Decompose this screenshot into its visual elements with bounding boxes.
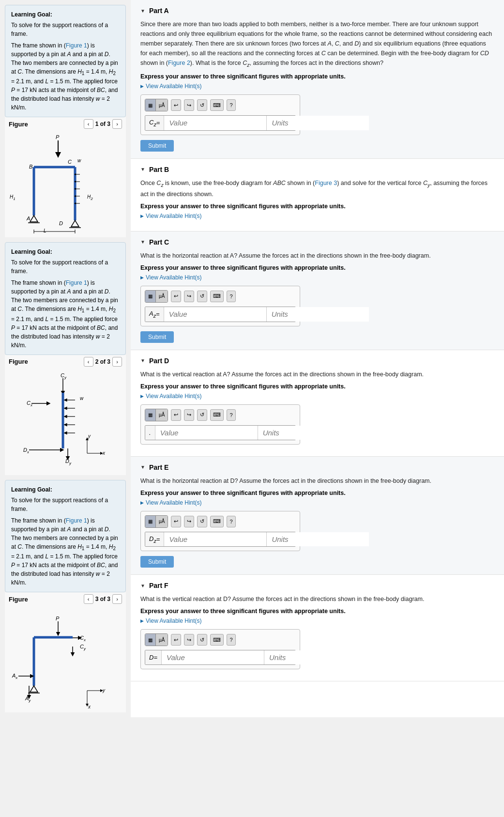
part-f-refresh[interactable]: ↺ (197, 634, 207, 646)
part-a-undo[interactable]: ↩ (171, 99, 181, 111)
figure1-link-3[interactable]: Figure 1 (66, 517, 87, 524)
svg-text:x: x (102, 450, 106, 456)
part-e-value-input[interactable] (164, 532, 267, 547)
part-f-input-row: D = (145, 650, 296, 665)
figure-next-1[interactable]: › (112, 119, 122, 129)
part-c-toolbar-btn1[interactable]: ▦ (145, 291, 156, 302)
part-e-toolbar-btn1[interactable]: ▦ (145, 516, 156, 527)
part-a-value-input[interactable] (164, 116, 267, 130)
part-e-help[interactable]: ? (227, 516, 235, 527)
part-f-value-input[interactable] (162, 650, 264, 664)
part-d-answer-box: ▦ μÅ ↩ ↪ ↺ ⌨ ? . (140, 404, 300, 445)
part-c-title: Part C (149, 238, 169, 246)
part-a-header: ▼ Part A (140, 7, 494, 15)
part-f-hint[interactable]: View Available Hint(s) (140, 617, 494, 624)
part-f-toolbar-btn1[interactable]: ▦ (145, 634, 156, 646)
figure3-svg: P Cx Cy Ax Ay y (5, 606, 126, 712)
svg-text:w: w (77, 158, 81, 163)
part-f-keyboard[interactable]: ⌨ (210, 634, 224, 646)
part-d-toolbar-btn2[interactable]: μÅ (156, 409, 168, 421)
part-c-toolbar: ▦ μÅ ↩ ↪ ↺ ⌨ ? (145, 290, 296, 303)
part-c-refresh[interactable]: ↺ (197, 291, 207, 302)
part-c-arrow[interactable]: ▼ (140, 239, 145, 245)
part-a-keyboard[interactable]: ⌨ (210, 99, 224, 111)
figure1-link-1[interactable]: Figure 1 (66, 42, 87, 49)
svg-text:x: x (88, 704, 91, 709)
part-d-keyboard[interactable]: ⌨ (210, 409, 224, 421)
learning-goal-title-3: Learning Goal: (11, 485, 120, 494)
figure3-link-b[interactable]: Figure 3 (315, 180, 337, 186)
part-d-units-input[interactable] (258, 426, 360, 440)
part-e-arrow[interactable]: ▼ (140, 464, 145, 470)
part-a-redo[interactable]: ↪ (184, 99, 194, 111)
part-a-arrow[interactable]: ▼ (140, 8, 145, 14)
figure2-link-a[interactable]: Figure 2 (168, 60, 190, 66)
part-d-section: ▼ Part D What is the vertical reaction a… (131, 350, 504, 457)
part-a-hint[interactable]: View Available Hint(s) (140, 83, 494, 90)
figure-section-1: Figure ‹ 1 of 3 › P B C w H1 (5, 117, 126, 237)
figure-prev-3[interactable]: ‹ (84, 594, 93, 604)
part-a-toolbar: ▦ μÅ ↩ ↪ ↺ ⌨ ? (145, 99, 296, 111)
part-d-refresh[interactable]: ↺ (197, 409, 207, 421)
part-c-undo[interactable]: ↩ (171, 291, 181, 302)
part-c-answer-box: ▦ μÅ ↩ ↪ ↺ ⌨ ? Az = (140, 286, 300, 326)
part-a-units-input[interactable] (267, 116, 369, 130)
part-f-undo[interactable]: ↩ (171, 634, 181, 646)
part-f-instruction: Express your answer to three significant… (140, 608, 494, 615)
part-a-toolbar-btn1[interactable]: ▦ (145, 99, 156, 111)
part-a-refresh[interactable]: ↺ (197, 99, 207, 111)
part-e-redo[interactable]: ↪ (184, 516, 194, 527)
part-c-toolbar-btn2[interactable]: μÅ (156, 291, 168, 302)
part-b-hint[interactable]: View Available Hint(s) (140, 213, 494, 219)
part-c-redo[interactable]: ↪ (184, 291, 194, 302)
part-d-redo[interactable]: ↪ (184, 409, 194, 421)
part-b-section: ▼ Part B Once Cz is known, use the free-… (131, 159, 504, 231)
part-f-units-input[interactable] (264, 650, 367, 664)
part-d-title: Part D (149, 357, 169, 365)
part-d-hint[interactable]: View Available Hint(s) (140, 393, 494, 400)
part-d-arrow[interactable]: ▼ (140, 358, 145, 363)
part-e-undo[interactable]: ↩ (171, 516, 181, 527)
part-c-value-input[interactable] (164, 307, 267, 322)
part-e-submit[interactable]: Submit (140, 556, 174, 568)
part-a-help[interactable]: ? (227, 99, 235, 111)
figure-page-1: 1 of 3 (95, 121, 110, 127)
learning-goal-3: Learning Goal: To solve for the support … (5, 480, 126, 592)
part-e-refresh[interactable]: ↺ (197, 516, 207, 527)
part-e-hint[interactable]: View Available Hint(s) (140, 499, 494, 506)
figure-section-3: Figure ‹ 3 of 3 › P Cx Cy (5, 592, 126, 712)
part-e-toolbar-btn2[interactable]: μÅ (156, 516, 168, 527)
part-c-keyboard[interactable]: ⌨ (210, 291, 224, 302)
svg-text:P: P (56, 134, 60, 140)
figure-nav-3[interactable]: ‹ 3 of 3 › (84, 594, 122, 604)
figure-next-3[interactable]: › (112, 594, 122, 604)
part-c-units-input[interactable] (267, 307, 369, 322)
sidebar-section-2: Learning Goal: To solve for the support … (5, 242, 126, 475)
part-f-toolbar-btn2[interactable]: μÅ (156, 634, 168, 646)
part-a-submit[interactable]: Submit (140, 140, 174, 152)
part-f-arrow[interactable]: ▼ (140, 583, 145, 588)
figure-nav-1[interactable]: ‹ 1 of 3 › (84, 119, 122, 129)
part-c-input-row: Az = (145, 307, 296, 322)
part-c-submit[interactable]: Submit (140, 331, 174, 343)
part-a-toolbar-btn2[interactable]: μÅ (156, 99, 168, 111)
part-a-answer-box: ▦ μÅ ↩ ↪ ↺ ⌨ ? Cz = (140, 94, 300, 135)
part-f-redo[interactable]: ↪ (184, 634, 194, 646)
learning-goal-2: Learning Goal: To solve for the support … (5, 242, 126, 355)
part-e-units-input[interactable] (267, 532, 369, 547)
figure-nav-2[interactable]: ‹ 2 of 3 › (84, 357, 122, 367)
part-e-keyboard[interactable]: ⌨ (210, 516, 224, 527)
part-c-hint[interactable]: View Available Hint(s) (140, 274, 494, 281)
figure-prev-1[interactable]: ‹ (84, 119, 93, 129)
part-c-help[interactable]: ? (227, 291, 235, 302)
figure1-link-2[interactable]: Figure 1 (66, 279, 87, 286)
part-d-undo[interactable]: ↩ (171, 409, 181, 421)
part-d-value-input[interactable] (155, 426, 258, 440)
sidebar: Learning Goal: To solve for the support … (0, 0, 131, 717)
part-b-arrow[interactable]: ▼ (140, 167, 145, 172)
part-d-toolbar-btn1[interactable]: ▦ (145, 409, 156, 421)
part-f-help[interactable]: ? (227, 634, 235, 646)
figure-next-2[interactable]: › (112, 357, 122, 367)
figure-prev-2[interactable]: ‹ (84, 357, 93, 367)
part-d-help[interactable]: ? (227, 409, 235, 421)
